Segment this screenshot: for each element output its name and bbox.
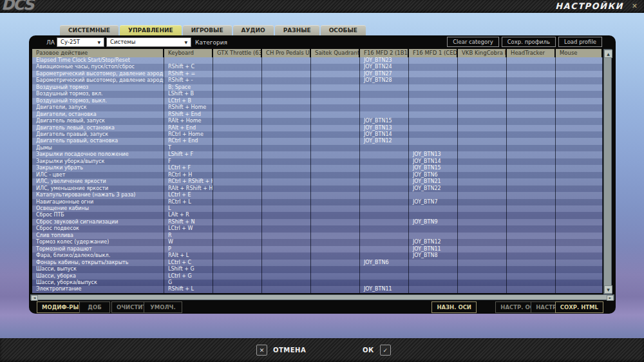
binding-cell[interactable]	[507, 104, 556, 111]
binding-cell[interactable]	[556, 104, 603, 111]
binding-cell[interactable]	[556, 239, 603, 245]
binding-cell[interactable]	[556, 131, 603, 138]
binding-cell[interactable]	[556, 205, 603, 212]
binding-cell[interactable]	[213, 138, 262, 144]
binding-cell[interactable]	[360, 239, 409, 245]
binding-cell[interactable]: RCtrl + Home	[164, 131, 213, 138]
table-row[interactable]: Фонарь кабины, открыть/закрытьLCtrl + CJ…	[32, 260, 603, 266]
binding-cell[interactable]: ИЛС, увеличение яркости	[32, 178, 164, 185]
binding-cell[interactable]: Фонарь кабины, открыть/закрыть	[32, 260, 164, 266]
table-row[interactable]: ИЛС - цветRCtrl + HJOY_BTN6	[32, 172, 603, 178]
binding-cell[interactable]: F	[164, 158, 213, 165]
binding-cell[interactable]	[213, 111, 262, 118]
binding-cell[interactable]	[262, 252, 311, 259]
binding-cell[interactable]: RAlt + L	[164, 252, 213, 259]
binding-cell[interactable]	[164, 57, 213, 64]
binding-cell[interactable]	[262, 77, 311, 84]
table-row[interactable]: Двигатели, остановкаRShift + End	[32, 111, 603, 118]
binding-cell[interactable]	[213, 186, 262, 192]
binding-cell[interactable]	[556, 246, 603, 252]
binding-cell[interactable]	[507, 125, 556, 131]
binding-cell[interactable]	[311, 104, 360, 111]
binding-cell[interactable]	[409, 131, 458, 138]
binding-cell[interactable]	[360, 178, 409, 185]
binding-cell[interactable]	[311, 205, 360, 212]
binding-cell[interactable]: Двигатель левый, остановка	[32, 125, 164, 131]
table-row[interactable]: Сброс подвесокLCtrl + W	[32, 225, 603, 232]
binding-cell[interactable]	[311, 172, 360, 178]
table-row[interactable]: Авиационные часы, пуск/стоп/сбросRShift …	[32, 64, 603, 70]
binding-cell[interactable]	[262, 84, 311, 91]
binding-cell[interactable]	[458, 158, 507, 165]
binding-cell[interactable]	[262, 145, 311, 151]
binding-cell[interactable]	[311, 165, 360, 171]
binding-cell[interactable]	[360, 145, 409, 151]
binding-cell[interactable]	[360, 158, 409, 165]
aircraft-select[interactable]: Су-25Т ▼	[57, 37, 104, 47]
modifiers-button[interactable]: МОДИФ-РЫ	[37, 301, 84, 313]
table-row[interactable]: Слив топливаR	[32, 233, 603, 239]
binding-cell[interactable]	[311, 246, 360, 252]
binding-cell[interactable]: RShift + =	[164, 71, 213, 77]
binding-cell[interactable]	[556, 138, 603, 144]
scroll-up-icon[interactable]: ▲	[604, 50, 612, 58]
binding-cell[interactable]	[507, 71, 556, 77]
binding-cell[interactable]	[262, 111, 311, 118]
binding-cell[interactable]	[213, 151, 262, 158]
binding-cell[interactable]	[507, 98, 556, 104]
binding-cell[interactable]: LCtrl + G	[164, 273, 213, 280]
binding-cell[interactable]	[458, 286, 507, 292]
binding-cell[interactable]	[507, 158, 556, 165]
binding-cell[interactable]	[311, 178, 360, 185]
binding-cell[interactable]	[213, 280, 262, 286]
table-row[interactable]: ИЛС, увеличение яркостиRCtrl + RShift + …	[32, 178, 603, 185]
binding-cell[interactable]	[556, 260, 603, 266]
binding-cell[interactable]: G	[164, 280, 213, 286]
binding-cell[interactable]	[262, 212, 311, 218]
binding-cell[interactable]	[262, 178, 311, 185]
table-row[interactable]: Шасси, выпускLShift + G	[32, 266, 603, 272]
binding-cell[interactable]: JOY_BTN11	[409, 246, 458, 252]
binding-cell[interactable]: RCtrl + H	[164, 172, 213, 178]
binding-cell[interactable]	[262, 273, 311, 280]
binding-cell[interactable]	[556, 111, 603, 118]
binding-cell[interactable]	[409, 57, 458, 64]
binding-cell[interactable]: L	[164, 205, 213, 212]
binding-cell[interactable]	[409, 266, 458, 272]
binding-cell[interactable]	[458, 199, 507, 205]
binding-cell[interactable]	[409, 118, 458, 124]
binding-cell[interactable]	[311, 91, 360, 97]
binding-cell[interactable]	[507, 273, 556, 280]
binding-cell[interactable]: W	[164, 239, 213, 245]
binding-cell[interactable]	[360, 151, 409, 158]
binding-cell[interactable]	[213, 192, 262, 198]
binding-cell[interactable]: LShift + B	[164, 91, 213, 97]
binding-cell[interactable]: T	[164, 145, 213, 151]
binding-cell[interactable]: RShift + L	[164, 286, 213, 292]
binding-cell[interactable]: Навигационные огни	[32, 199, 164, 205]
binding-cell[interactable]	[458, 131, 507, 138]
save-html-button[interactable]: СОХР. HTML	[555, 301, 603, 313]
binding-cell[interactable]	[262, 246, 311, 252]
binding-cell[interactable]	[409, 212, 458, 218]
binding-cell[interactable]	[556, 178, 603, 185]
binding-cell[interactable]: RCtrl + End	[164, 138, 213, 144]
binding-cell[interactable]	[556, 118, 603, 124]
binding-cell[interactable]	[507, 165, 556, 171]
binding-cell[interactable]	[360, 246, 409, 252]
binding-cell[interactable]	[311, 260, 360, 266]
binding-cell[interactable]	[311, 252, 360, 259]
binding-cell[interactable]	[213, 158, 262, 165]
table-row[interactable]: Освещение кабиныL	[32, 205, 603, 212]
binding-cell[interactable]	[213, 71, 262, 77]
binding-cell[interactable]	[213, 178, 262, 185]
binding-cell[interactable]: LCtrl + F	[164, 165, 213, 171]
tab-игровые[interactable]: ИГРОВЫЕ	[183, 25, 232, 36]
binding-cell[interactable]	[360, 98, 409, 104]
binding-cell[interactable]: JOY_BTN12	[409, 239, 458, 245]
binding-cell[interactable]: Авиационные часы, пуск/стоп/сброс	[32, 64, 164, 70]
binding-cell[interactable]: JOY_BTN24	[360, 64, 409, 70]
binding-cell[interactable]: Тормоз колес (удержание)	[32, 239, 164, 245]
binding-cell[interactable]	[409, 280, 458, 286]
binding-cell[interactable]: LCtrl + B	[164, 98, 213, 104]
